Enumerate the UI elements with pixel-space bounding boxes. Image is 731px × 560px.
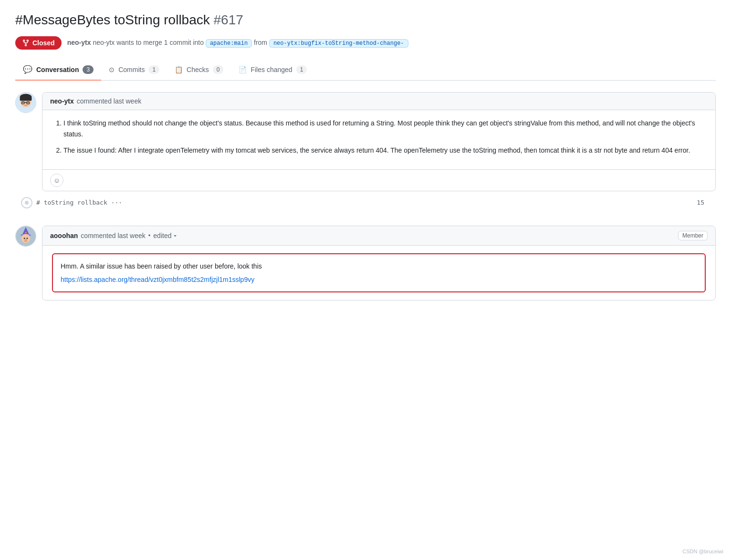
tab-commits-count: 1 <box>148 65 159 74</box>
comment-container-1: neo-ytx commented last week I think toSt… <box>42 92 716 191</box>
commit-number: 15 <box>697 199 704 206</box>
status-label: Closed <box>32 39 55 47</box>
comment-list-1: I think toString method should not chang… <box>52 118 706 156</box>
base-branch-tag[interactable]: apache:main <box>206 39 252 48</box>
files-changed-icon: 📄 <box>239 66 247 73</box>
comment-header-left-1: neo-ytx commented last week <box>50 97 141 105</box>
highlighted-comment-text: Hmm. A similar issue has been raised by … <box>61 261 697 271</box>
pr-number: #617 <box>214 12 243 27</box>
comment-header-right-2: Member <box>678 231 708 240</box>
comment-header-left-2: aooohan commented last week • edited <box>50 232 178 239</box>
svg-point-8 <box>28 102 29 103</box>
svg-point-16 <box>24 239 27 240</box>
tab-files-changed-count: 1 <box>296 65 307 74</box>
comment-author-2[interactable]: aooohan <box>50 232 78 239</box>
status-meta-text: neo-ytx wants to merge 1 commit into <box>93 39 204 46</box>
comment-footer-1: ☺ <box>42 169 715 191</box>
status-badge: Closed <box>15 36 62 50</box>
pr-title-text: #MessageBytes toString rollback <box>15 12 210 27</box>
avatar-neo-ytx <box>15 92 36 113</box>
tabs-bar: 💬 Conversation 3 ⊙ Commits 1 📋 Checks 0 … <box>15 59 716 81</box>
chevron-down-icon <box>172 233 178 239</box>
tab-commits-label: Commits <box>118 66 145 73</box>
svg-point-7 <box>22 102 23 103</box>
comment-body-1: I think toString method should not chang… <box>42 110 715 169</box>
tab-conversation[interactable]: 💬 Conversation 3 <box>15 59 101 81</box>
highlighted-comment-link[interactable]: https://lists.apache.org/thread/vzt0jxmb… <box>61 276 254 283</box>
comment-block-1: neo-ytx commented last week I think toSt… <box>15 92 716 191</box>
comment-author-1[interactable]: neo-ytx <box>50 97 74 105</box>
comment-time-2: commented last week <box>81 232 145 239</box>
commit-dot-icon <box>21 197 32 208</box>
highlighted-comment-box: Hmm. A similar issue has been raised by … <box>52 253 706 293</box>
tab-files-changed-label: Files changed <box>251 66 292 73</box>
tab-checks-count: 0 <box>213 65 224 74</box>
tab-files-changed[interactable]: 📄 Files changed 1 <box>231 60 314 81</box>
member-badge: Member <box>678 231 708 240</box>
comment-item-1: I think toString method should not chang… <box>63 118 706 139</box>
svg-point-15 <box>26 238 28 239</box>
conversation-icon: 💬 <box>23 65 32 74</box>
comment-header-1: neo-ytx commented last week <box>42 93 715 110</box>
commit-entry-row: # toString rollback ··· 15 <box>21 191 716 214</box>
edited-dropdown[interactable]: edited <box>153 232 178 239</box>
avatar-aooohan-svg: ★ <box>16 226 36 247</box>
comment-header-2: aooohan commented last week • edited Mem… <box>42 226 715 246</box>
commit-hash-label: # toString rollback <box>36 199 107 206</box>
status-row: Closed neo-ytx neo-ytx wants to merge 1 … <box>15 36 716 50</box>
status-author: neo-ytx <box>67 39 91 46</box>
comment-item-2: The issue I found: After I integrate ope… <box>63 145 706 156</box>
svg-rect-3 <box>20 97 32 101</box>
avatar-aooohan: ★ <box>15 226 36 247</box>
tab-commits[interactable]: ⊙ Commits 1 <box>101 60 167 81</box>
content-area: neo-ytx commented last week I think toSt… <box>15 81 716 301</box>
head-branch-tag[interactable]: neo-ytx:bugfix-toString-method-change- <box>269 39 408 48</box>
pr-title: #MessageBytes toString rollback #617 <box>15 11 716 29</box>
comment-container-2: aooohan commented last week • edited Mem… <box>42 226 716 301</box>
comment-block-2: ★ aooohan commented las <box>15 226 716 301</box>
status-meta: neo-ytx neo-ytx wants to merge 1 commit … <box>67 39 408 48</box>
commits-icon: ⊙ <box>109 66 115 73</box>
comment-box-2: aooohan commented last week • edited Mem… <box>42 226 716 301</box>
commit-dots: ··· <box>111 199 122 206</box>
emoji-reaction-button[interactable]: ☺ <box>50 174 63 187</box>
git-merge-icon <box>22 39 30 47</box>
comment-time-1: commented last week <box>77 97 141 105</box>
tab-checks[interactable]: 📋 Checks 0 <box>167 60 231 81</box>
edited-tag: • <box>148 232 151 239</box>
checks-icon: 📋 <box>175 66 183 73</box>
avatar-neo-ytx-svg <box>16 92 36 113</box>
comment-body-2: Hmm. A similar issue has been raised by … <box>42 246 715 301</box>
commit-dot-inner <box>25 201 29 205</box>
svg-point-14 <box>24 238 25 239</box>
edited-label: edited <box>153 232 171 239</box>
tab-conversation-count: 3 <box>83 65 94 74</box>
tab-conversation-label: Conversation <box>36 66 79 73</box>
tab-checks-label: Checks <box>187 66 209 73</box>
